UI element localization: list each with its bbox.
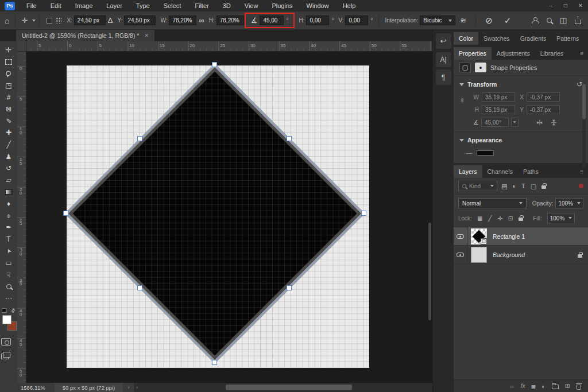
transform-handle[interactable]: [212, 360, 217, 365]
transform-handle[interactable]: [287, 285, 292, 290]
tab-libraries[interactable]: Libraries: [535, 47, 568, 60]
history-panel-icon[interactable]: ↩: [440, 37, 447, 45]
layer-thumbnail[interactable]: [471, 247, 487, 263]
dodge-tool[interactable]: ⌽: [2, 209, 15, 222]
flip-vertical-icon[interactable]: ▸|◂: [551, 120, 557, 125]
relative-positioning-icon[interactable]: Δ: [108, 16, 113, 25]
screen-mode-button[interactable]: [1, 352, 10, 359]
history-brush-tool[interactable]: ↺: [2, 162, 15, 174]
new-layer-icon[interactable]: ⊞: [565, 382, 570, 390]
commit-transform-icon[interactable]: ✓: [504, 15, 512, 26]
adjustment-layer-icon[interactable]: ◐: [541, 383, 546, 390]
transform-tool-icon[interactable]: ✛: [21, 16, 28, 25]
masks-properties-icon[interactable]: ●: [475, 63, 486, 72]
layer-filter-toggle[interactable]: [579, 184, 583, 188]
menu-item-3d[interactable]: 3D: [216, 0, 238, 11]
layer-row-rectangle-1[interactable]: ▢ Rectangle 1: [454, 227, 588, 246]
transform-section-header[interactable]: Transform ↺: [454, 76, 588, 91]
layer-effects-icon[interactable]: fx: [521, 383, 525, 389]
tab-channels[interactable]: Channels: [482, 165, 518, 178]
blend-mode-dropdown[interactable]: Normal: [458, 198, 527, 208]
pen-tool[interactable]: ✒: [2, 222, 15, 234]
interpolation-dropdown[interactable]: Bicubic: [420, 15, 455, 25]
height-field[interactable]: 78,20%: [216, 15, 244, 25]
document-tab[interactable]: Untitled-2 @ 1590% (Rectangle 1, RGB/8) …: [16, 30, 154, 41]
tab-properties[interactable]: Properties: [454, 47, 492, 60]
status-options-chevron-icon[interactable]: ›: [127, 385, 129, 390]
fill-color-swatch[interactable]: [477, 150, 494, 156]
panel-menu-icon[interactable]: ≡: [584, 36, 588, 45]
crop-tool[interactable]: #: [2, 91, 15, 103]
y-position-field[interactable]: 24,50 px: [124, 15, 156, 25]
canvas-horizontal-scrollbar[interactable]: ‹: [134, 383, 432, 392]
tab-gradients[interactable]: Gradients: [515, 32, 552, 45]
close-button[interactable]: ✕: [573, 0, 588, 11]
tab-swatches[interactable]: Swatches: [478, 32, 515, 45]
filter-adjustment-layers-icon[interactable]: ◐: [512, 183, 516, 189]
character-panel-icon[interactable]: A|: [440, 56, 446, 64]
menu-item-type[interactable]: Type: [129, 0, 157, 11]
default-colors-icon[interactable]: [2, 308, 7, 313]
fill-field[interactable]: 100%: [547, 213, 575, 223]
layer-visibility-toggle[interactable]: [454, 227, 467, 245]
layer-mask-icon[interactable]: ◙: [531, 383, 535, 390]
eyedropper-tool[interactable]: ✐: [2, 115, 15, 127]
appearance-section-header[interactable]: Appearance: [454, 132, 588, 146]
rectangular-marquee-tool[interactable]: [2, 56, 15, 68]
transform-width-field[interactable]: 35,19 px: [482, 92, 515, 102]
search-icon[interactable]: [547, 18, 552, 23]
brush-tool[interactable]: ╱: [2, 139, 15, 151]
type-tool[interactable]: T: [2, 234, 15, 246]
panel-menu-icon[interactable]: ≡: [575, 169, 588, 178]
minimize-button[interactable]: –: [543, 0, 558, 11]
menu-item-image[interactable]: Image: [68, 0, 100, 11]
opacity-field[interactable]: 100%: [555, 198, 583, 208]
horizontal-ruler[interactable]: 50510152025303540455055: [26, 41, 432, 52]
lasso-tool[interactable]: Ϙ: [2, 68, 15, 80]
zoom-level-field[interactable]: 1586,31%: [17, 385, 49, 391]
properties-scrollbar-thumb[interactable]: [582, 84, 586, 119]
blur-tool[interactable]: ♦: [2, 198, 15, 210]
share-export-icon[interactable]: [575, 20, 581, 24]
layer-thumbnail[interactable]: ▢: [471, 228, 487, 244]
horizontal-scrollbar-thumb[interactable]: [226, 385, 352, 390]
eraser-tool[interactable]: ▱: [2, 174, 15, 187]
scroll-left-arrow-icon[interactable]: ‹: [134, 385, 140, 390]
home-icon[interactable]: ⌂: [5, 16, 9, 25]
transform-handle[interactable]: [361, 211, 366, 216]
properties-scrollbar[interactable]: [582, 83, 586, 168]
tab-paths[interactable]: Paths: [518, 165, 544, 178]
clone-stamp-tool[interactable]: ♟: [2, 150, 15, 162]
transform-height-field[interactable]: 35,19 px: [482, 105, 515, 114]
menu-item-filter[interactable]: Filter: [188, 0, 215, 11]
paragraph-panel-icon[interactable]: ¶: [442, 73, 446, 81]
menu-item-edit[interactable]: Edit: [44, 0, 68, 11]
vertical-ruler[interactable]: 05101520253035404550: [17, 52, 26, 383]
filter-type-layers-icon[interactable]: T: [521, 183, 525, 189]
menu-item-help[interactable]: Help: [336, 0, 363, 11]
flip-horizontal-icon[interactable]: ▸|◂: [537, 119, 541, 125]
healing-brush-tool[interactable]: ✚: [2, 127, 15, 139]
tab-patterns[interactable]: Patterns: [551, 32, 584, 45]
workspace-icon[interactable]: ◫: [560, 16, 567, 25]
rotation-angle-field[interactable]: 45,00: [260, 15, 284, 25]
document-canvas[interactable]: [67, 65, 369, 368]
transform-handle[interactable]: [137, 285, 142, 290]
x-position-field[interactable]: 24,50 px: [74, 15, 106, 25]
more-tools[interactable]: ⋯: [2, 292, 15, 304]
width-field[interactable]: 78,20%: [169, 15, 196, 25]
layer-name[interactable]: Rectangle 1: [493, 233, 525, 240]
transform-handle[interactable]: [212, 62, 217, 67]
transform-x-field[interactable]: -0,37 px: [527, 92, 560, 102]
h-skew-field[interactable]: 0,00: [306, 15, 329, 25]
hand-tool[interactable]: ☟: [2, 269, 15, 281]
transform-handle[interactable]: [287, 136, 292, 141]
reference-point-locator-icon[interactable]: [56, 17, 62, 24]
zoom-tool[interactable]: [2, 281, 15, 293]
tab-color[interactable]: Color: [454, 32, 478, 45]
menu-item-layer[interactable]: Layer: [99, 0, 129, 11]
layer-row-background[interactable]: Background: [454, 246, 588, 264]
cancel-transform-icon[interactable]: ⊘: [485, 15, 493, 26]
foreground-color-swatch[interactable]: [2, 315, 11, 324]
layer-group-icon[interactable]: [552, 385, 559, 389]
